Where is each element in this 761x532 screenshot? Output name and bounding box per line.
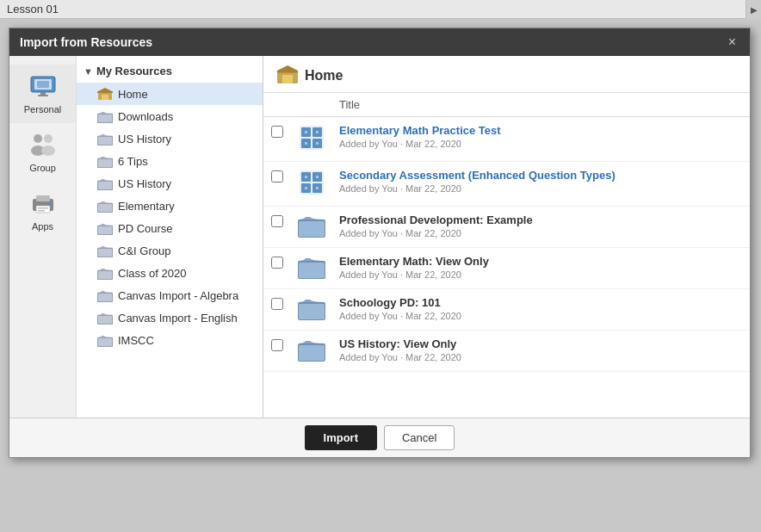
svg-rect-71 <box>299 345 325 361</box>
tree-item-us-history-2[interactable]: US History <box>77 172 263 195</box>
svg-rect-12 <box>38 207 48 209</box>
resource-title-r6[interactable]: US History: View Only <box>339 337 743 350</box>
resource-info-cell-r2: Secondary Assessment (Enhanced Question … <box>332 162 750 207</box>
lesson-title: Lesson 01 <box>7 3 59 15</box>
svg-rect-13 <box>38 210 45 212</box>
resource-meta-r4: Added by You · Mar 22, 2020 <box>339 269 743 280</box>
modal-overlay: Import from Resources × <box>0 19 761 532</box>
svg-marker-45 <box>277 65 298 71</box>
resource-info-cell-r6: US History: View OnlyAdded by You · Mar … <box>332 331 750 372</box>
resource-meta-r6: Added by You · Mar 22, 2020 <box>339 352 743 362</box>
resource-icon-cell-r3 <box>291 207 332 248</box>
tree-item-home-label: Home <box>118 88 148 101</box>
svg-rect-35 <box>98 271 112 279</box>
folder-tree-icon-ci-group <box>97 244 113 257</box>
svg-rect-25 <box>98 159 112 167</box>
folder-tree-icon-pd-course <box>97 221 113 235</box>
home-tree-icon <box>97 87 113 101</box>
resource-checkbox-r4[interactable] <box>271 257 283 269</box>
resource-title-r4[interactable]: Elementary Math: View Only <box>339 255 743 268</box>
folder-icon <box>298 296 325 320</box>
tree-root-my-resources[interactable]: ▼ My Resources <box>77 59 263 83</box>
resource-checkbox-r2[interactable] <box>271 170 283 182</box>
resource-row-r3: Professional Development: ExampleAdded b… <box>263 207 750 248</box>
tree-item-ci-group-label: C&I Group <box>118 244 170 257</box>
svg-rect-65 <box>299 221 325 237</box>
svg-rect-2 <box>37 81 49 88</box>
svg-rect-61 <box>316 176 319 178</box>
resource-checkbox-r6[interactable] <box>271 339 283 351</box>
resource-row-r5: Schoology PD: 101Added by You · Mar 22, … <box>263 289 750 331</box>
group-icon <box>28 132 59 159</box>
resource-title-r1[interactable]: Elementary Math Practice Test <box>339 124 743 137</box>
tree-nav[interactable]: ▼ My Resources Hom <box>77 56 263 418</box>
tree-item-canvas-english[interactable]: Canvas Import - English <box>77 306 263 329</box>
tree-item-pd-course[interactable]: PD Course <box>77 217 263 239</box>
resource-icon-cell-r5 <box>291 289 332 331</box>
resource-icon-cell-r2 <box>291 162 332 207</box>
svg-rect-21 <box>98 114 112 122</box>
lesson-bar: Lesson 01 ▶ <box>0 0 761 19</box>
personal-icon <box>28 73 59 101</box>
apps-icon <box>28 190 59 218</box>
content-title: Home <box>305 68 343 84</box>
svg-rect-67 <box>299 263 325 278</box>
resource-row-r1: Elementary Math Practice TestAdded by Yo… <box>263 117 750 162</box>
folder-tree-icon-imscc <box>97 333 113 347</box>
tree-item-elementary[interactable]: Elementary <box>77 195 263 217</box>
content-panel: Home Title <box>263 56 750 418</box>
folder-tree-icon-6-tips <box>97 154 113 168</box>
folder-tree-icon-class-2020 <box>97 266 113 280</box>
tree-item-ci-group[interactable]: C&I Group <box>77 239 263 262</box>
resource-info-cell-r5: Schoology PD: 101Added by You · Mar 22, … <box>332 289 750 331</box>
resource-icon-cell-r4 <box>291 248 332 289</box>
resource-title-r5[interactable]: Schoology PD: 101 <box>339 296 743 309</box>
svg-point-8 <box>41 145 55 156</box>
tree-item-home[interactable]: Home <box>77 83 263 105</box>
tree-item-elementary-label: Elementary <box>118 200 175 213</box>
group-label: Group <box>29 163 56 173</box>
resource-row-r6: US History: View OnlyAdded by You · Mar … <box>263 331 750 372</box>
svg-rect-69 <box>299 304 325 319</box>
svg-marker-18 <box>98 88 112 91</box>
sidebar-item-group[interactable]: Group <box>9 123 76 182</box>
tree-item-downloads-label: Downloads <box>118 110 173 123</box>
tree-item-us-history-1[interactable]: US History <box>77 127 263 150</box>
svg-rect-11 <box>36 206 50 213</box>
resource-info-cell-r4: Elementary Math: View OnlyAdded by You ·… <box>332 248 750 289</box>
sidebar-item-personal[interactable]: Personal <box>9 65 76 123</box>
tree-item-downloads[interactable]: Downloads <box>77 105 263 127</box>
svg-rect-4 <box>38 95 48 96</box>
column-title-header: Title <box>332 93 750 117</box>
lesson-bar-arrow[interactable]: ▶ <box>746 0 761 19</box>
cancel-button[interactable]: Cancel <box>384 425 455 450</box>
resource-title-r2[interactable]: Secondary Assessment (Enhanced Question … <box>339 169 743 182</box>
import-button[interactable]: Import <box>305 425 377 450</box>
content-scroll-area[interactable]: Title Elementary Math Practice TestAdded… <box>263 93 750 418</box>
modal-close-button[interactable]: × <box>725 35 739 49</box>
resource-icon-cell-r6 <box>291 331 332 372</box>
apps-label: Apps <box>32 221 53 232</box>
content-header-icon <box>277 65 298 87</box>
svg-rect-31 <box>98 226 112 234</box>
resource-checkbox-r5[interactable] <box>271 298 283 310</box>
tree-item-canvas-algebra[interactable]: Canvas Import - Algebra <box>77 284 263 306</box>
tree-item-imscc[interactable]: IMSCC <box>77 329 263 351</box>
resource-checkbox-r3[interactable] <box>271 215 283 227</box>
svg-rect-44 <box>282 75 293 84</box>
svg-rect-17 <box>102 95 108 100</box>
resource-checkbox-r1[interactable] <box>271 126 283 138</box>
svg-rect-60 <box>305 176 307 178</box>
resource-info-cell-r1: Elementary Math Practice TestAdded by Yo… <box>332 117 750 162</box>
resource-row-r4: Elementary Math: View OnlyAdded by You ·… <box>263 248 750 289</box>
resource-table: Title Elementary Math Practice TestAdded… <box>263 93 750 372</box>
tree-item-pd-course-label: PD Course <box>118 222 173 235</box>
folder-tree-icon-canvas-algebra <box>97 288 113 302</box>
sidebar-item-apps[interactable]: Apps <box>9 182 76 240</box>
tree-item-6-tips[interactable]: 6 Tips <box>77 150 263 172</box>
modal-dialog: Import from Resources × <box>9 28 751 458</box>
svg-rect-3 <box>40 92 46 95</box>
svg-rect-62 <box>305 187 307 189</box>
resource-title-r3[interactable]: Professional Development: Example <box>339 213 743 226</box>
tree-item-class-2020[interactable]: Class of 2020 <box>77 262 263 284</box>
